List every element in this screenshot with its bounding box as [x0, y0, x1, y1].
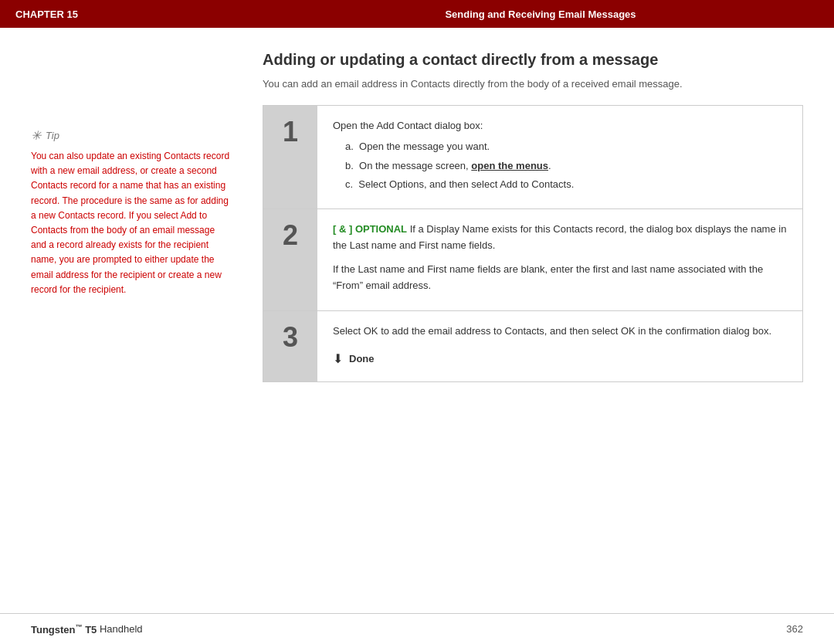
- done-label: Done: [349, 351, 375, 368]
- step-2-number-col: 2: [263, 209, 317, 310]
- footer-page-number: 362: [786, 623, 803, 635]
- step-3-content: Select OK to add the email address to Co…: [317, 311, 802, 381]
- step-2-content: [ & ] OPTIONAL If a Display Name exists …: [317, 209, 802, 310]
- step-1-main-text: Open the Add Contact dialog box:: [333, 118, 787, 134]
- tip-label: Tip: [46, 130, 59, 141]
- step-1-sub-b: b. On the message screen, open the menus…: [345, 158, 787, 175]
- steps-container: 1 Open the Add Contact dialog box: a. Op…: [263, 105, 803, 382]
- chapter-title: Sending and Receiving Email Messages: [263, 8, 819, 20]
- main-content: ✳ Tip You can also update an existing Co…: [0, 28, 834, 613]
- page-intro: You can add an email address in Contacts…: [263, 78, 803, 90]
- step-1-sub-c: c. Select Options, and then select Add t…: [345, 177, 787, 193]
- step-1-number-col: 1: [263, 106, 317, 208]
- open-menus-link[interactable]: open the menus: [471, 160, 548, 171]
- content-area: Adding or updating a contact directly fr…: [247, 51, 834, 613]
- tip-text: You can also update an existing Contacts…: [31, 149, 232, 297]
- tip-section: ✳ Tip You can also update an existing Co…: [31, 128, 232, 297]
- step-3-number-col: 3: [263, 311, 317, 381]
- step-1-content: Open the Add Contact dialog box: a. Open…: [317, 106, 802, 208]
- page-title: Adding or updating a contact directly fr…: [263, 51, 803, 69]
- chapter-label: CHAPTER 15: [15, 8, 263, 20]
- step-3: 3 Select OK to add the email address to …: [263, 311, 802, 381]
- tip-header: ✳ Tip: [31, 128, 232, 143]
- step-2-optional-line: [ & ] OPTIONAL If a Display Name exists …: [333, 222, 787, 254]
- header-bar: CHAPTER 15 Sending and Receiving Email M…: [0, 0, 834, 28]
- sidebar: ✳ Tip You can also update an existing Co…: [0, 51, 247, 613]
- step-2-number: 2: [283, 222, 298, 249]
- step-1-sub-a: a. Open the message you want.: [345, 139, 787, 155]
- footer: Tungsten™ T5 Handheld 362: [0, 613, 834, 644]
- step-1-number: 1: [283, 118, 298, 146]
- step-3-main-text: Select OK to add the email address to Co…: [333, 324, 787, 340]
- tip-star-icon: ✳: [31, 128, 41, 143]
- done-section: ⬇ Done: [333, 349, 787, 369]
- done-icon: ⬇: [333, 349, 343, 369]
- step-2: 2 [ & ] OPTIONAL If a Display Name exist…: [263, 209, 802, 311]
- optional-label: [ & ] OPTIONAL: [333, 223, 407, 235]
- footer-brand: Tungsten™ T5 Handheld: [31, 622, 143, 635]
- step-2-extra-text: If the Last name and First name fields a…: [333, 262, 787, 294]
- step-1: 1 Open the Add Contact dialog box: a. Op…: [263, 106, 802, 209]
- step-3-number: 3: [283, 324, 298, 351]
